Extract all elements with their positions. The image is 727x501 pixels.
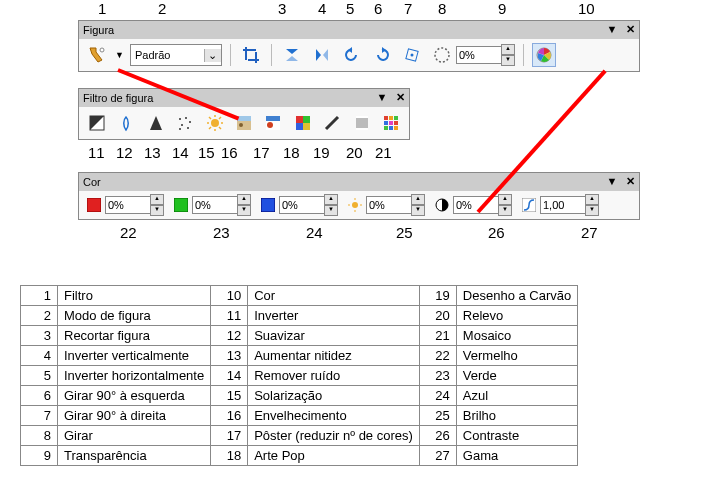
sharpen-button[interactable]	[144, 111, 167, 135]
color-button[interactable]	[532, 43, 556, 67]
svg-marker-13	[90, 116, 104, 130]
legend-number: 12	[211, 326, 248, 346]
brightness-icon	[346, 196, 364, 214]
invert-button[interactable]	[85, 111, 108, 135]
legend-number: 4	[21, 346, 58, 366]
svg-rect-44	[389, 116, 393, 120]
svg-rect-51	[394, 126, 398, 130]
brightness-spinner[interactable]: ▲▼	[411, 194, 425, 216]
svg-rect-41	[356, 117, 368, 129]
contrast-spinner[interactable]: ▲▼	[498, 194, 512, 216]
callout-number: 26	[488, 224, 505, 241]
red-spinner[interactable]: ▲▼	[150, 194, 164, 216]
svg-point-34	[267, 122, 273, 128]
svg-point-10	[435, 48, 449, 62]
legend-label: Inverter	[248, 306, 420, 326]
figura-titlebar: Figura ▼ ✕	[79, 21, 639, 39]
legend-number: 22	[419, 346, 456, 366]
legend-label: Gama	[456, 446, 577, 466]
svg-marker-14	[150, 116, 162, 130]
svg-rect-50	[389, 126, 393, 130]
crop-button[interactable]	[239, 43, 263, 67]
poster-button[interactable]	[262, 111, 285, 135]
legend-number: 13	[211, 346, 248, 366]
svg-rect-49	[384, 126, 388, 130]
flip-vertical-button[interactable]	[280, 43, 304, 67]
legend-label: Relevo	[456, 306, 577, 326]
callout-number: 21	[375, 144, 392, 161]
figura-title: Figura	[83, 24, 114, 36]
gamma-icon	[520, 196, 538, 214]
close-icon[interactable]: ✕	[623, 22, 637, 36]
svg-point-16	[185, 117, 187, 119]
svg-rect-8	[406, 49, 418, 61]
transparency-spinner[interactable]: ▲▼	[501, 44, 515, 66]
legend-number: 26	[419, 426, 456, 446]
minimize-icon[interactable]: ▼	[605, 174, 619, 188]
green-input[interactable]	[192, 196, 238, 214]
gamma-spinner[interactable]: ▲▼	[585, 194, 599, 216]
charcoal-button[interactable]	[321, 111, 344, 135]
legend-table: 1Filtro10Cor19Desenho a Carvão2Modo de f…	[20, 285, 578, 466]
callout-number: 3	[278, 0, 286, 17]
legend-number: 2	[21, 306, 58, 326]
callout-number: 6	[374, 0, 382, 17]
close-icon[interactable]: ✕	[623, 174, 637, 188]
svg-point-19	[187, 127, 189, 129]
legend-number: 19	[419, 286, 456, 306]
svg-rect-36	[296, 116, 303, 123]
legend-number: 8	[21, 426, 58, 446]
filtro-panel: Filtro de figura ▼ ✕	[78, 88, 410, 140]
legend-label: Modo de figura	[58, 306, 211, 326]
callout-number: 12	[116, 144, 133, 161]
legend-label: Azul	[456, 386, 577, 406]
svg-rect-48	[394, 121, 398, 125]
svg-point-55	[352, 202, 358, 208]
legend-label: Girar 90° à esquerda	[58, 386, 211, 406]
svg-rect-54	[261, 198, 275, 212]
legend-number: 1	[21, 286, 58, 306]
red-input[interactable]	[105, 196, 151, 214]
picture-mode-combo[interactable]: Padrão ⌄	[130, 44, 222, 66]
close-icon[interactable]: ✕	[393, 90, 407, 104]
minimize-icon[interactable]: ▼	[605, 22, 619, 36]
callout-number: 25	[396, 224, 413, 241]
svg-point-1	[100, 48, 104, 52]
mosaic-button[interactable]	[380, 111, 403, 135]
legend-number: 10	[211, 286, 248, 306]
rotate-left-button[interactable]	[340, 43, 364, 67]
svg-rect-12	[90, 116, 104, 130]
blue-spinner[interactable]: ▲▼	[324, 194, 338, 216]
svg-rect-42	[356, 117, 368, 129]
blue-input[interactable]	[279, 196, 325, 214]
rotate-right-button[interactable]	[370, 43, 394, 67]
green-spinner[interactable]: ▲▼	[237, 194, 251, 216]
legend-number: 9	[21, 446, 58, 466]
svg-marker-3	[286, 56, 298, 61]
remove-noise-button[interactable]	[173, 111, 196, 135]
dropdown-arrow-icon[interactable]: ▼	[115, 50, 124, 60]
legend-number: 25	[419, 406, 456, 426]
relief-button[interactable]	[350, 111, 373, 135]
callout-number: 27	[581, 224, 598, 241]
brightness-input[interactable]	[366, 196, 412, 214]
transparency-input[interactable]	[456, 46, 502, 64]
filter-button[interactable]	[85, 43, 109, 67]
svg-point-21	[211, 119, 219, 127]
legend-label: Contraste	[456, 426, 577, 446]
flip-horizontal-button[interactable]	[310, 43, 334, 67]
svg-rect-38	[296, 123, 303, 130]
legend-label: Suavizar	[248, 326, 420, 346]
popart-button[interactable]	[291, 111, 314, 135]
legend-number: 24	[419, 386, 456, 406]
smooth-button[interactable]	[114, 111, 137, 135]
svg-marker-5	[323, 49, 328, 61]
svg-point-20	[179, 128, 181, 130]
minimize-icon[interactable]: ▼	[375, 90, 389, 104]
svg-rect-52	[87, 198, 101, 212]
rotate-button[interactable]	[400, 43, 424, 67]
callout-number: 1	[98, 0, 106, 17]
callout-number: 4	[318, 0, 326, 17]
legend-label: Arte Pop	[248, 446, 420, 466]
gamma-input[interactable]	[540, 196, 586, 214]
